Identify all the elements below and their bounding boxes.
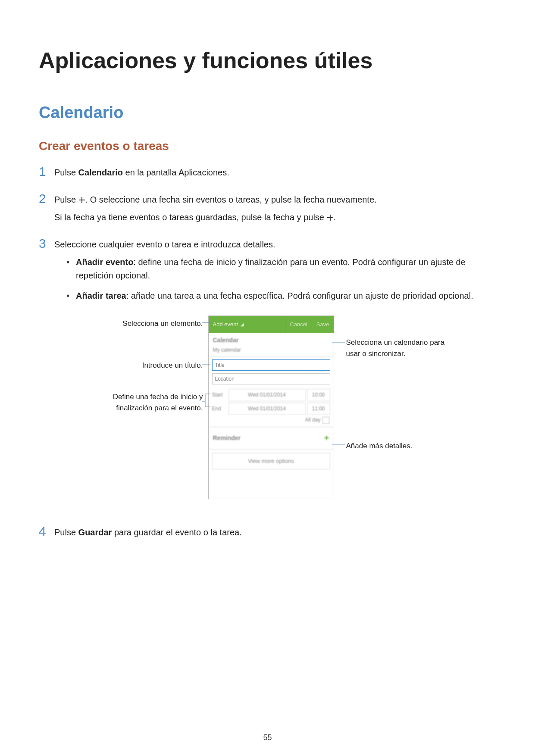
text: . [334, 212, 336, 222]
text: Pulse [54, 195, 78, 204]
plus-icon [78, 195, 85, 204]
text-bold: Añadir tarea [76, 291, 126, 300]
text: Pulse [54, 528, 78, 537]
dropdown-icon: ◢ [241, 321, 244, 328]
calendar-sub: My calendar [213, 346, 329, 354]
callout-enter-title: Introduce un título. [142, 360, 203, 371]
step-3-text: Seleccione cualquier evento o tarea e in… [54, 238, 496, 251]
callout-select-calendar: Selecciona un calendario para usar o sin… [346, 337, 458, 360]
reminder-row[interactable]: Reminder + [209, 427, 334, 450]
tab-label: Add event [213, 320, 238, 329]
view-more-options[interactable]: View more options [212, 453, 330, 469]
start-time[interactable]: 10:00 [307, 389, 330, 401]
step-1: 1 Pulse Calendario en la pantalla Aplica… [39, 166, 496, 184]
page-title: Aplicaciones y funciones útiles [39, 47, 496, 73]
location-input[interactable] [212, 373, 330, 384]
end-label: End [212, 405, 228, 413]
callout-define-dates: Define una fecha de inicio y finalizació… [108, 391, 203, 414]
text: para guardar el evento o la tarea. [112, 528, 241, 537]
step-1-text: Pulse Calendario en la pantalla Aplicaci… [54, 166, 229, 179]
text-bold: Guardar [78, 528, 112, 537]
date-block: Start Wed 01/01/2014 10:00 End Wed 01/01… [209, 387, 334, 427]
text-bold: Añadir evento [76, 257, 133, 267]
callout-more-details: Añade más detalles. [346, 440, 413, 452]
step-4: 4 Pulse Guardar para guardar el evento o… [39, 526, 496, 544]
save-button[interactable]: Save [312, 316, 334, 333]
callout-select-element: Selecciona un elemento. [122, 318, 203, 329]
reminder-label: Reminder [213, 434, 241, 443]
text: Pulse [54, 168, 78, 177]
end-date[interactable]: Wed 01/01/2014 [228, 403, 306, 415]
subsection-title: Crear eventos o tareas [39, 139, 496, 153]
section-title: Calendario [39, 103, 496, 122]
end-time[interactable]: 11:00 [307, 403, 330, 415]
step-2: 2 Pulse . O seleccione una fecha sin eve… [39, 193, 496, 228]
calendar-label: Calendar [213, 336, 329, 345]
bullet-add-task: Añadir tarea: añade una tarea a una fech… [66, 289, 496, 303]
plus-icon [327, 212, 334, 222]
step-number: 4 [39, 525, 54, 538]
bullet-add-event: Añadir evento: define una fecha de inici… [66, 256, 496, 282]
text: . O seleccione una fecha sin eventos o t… [85, 195, 377, 204]
screenshot-figure: Selecciona un elemento. Introduce un tít… [54, 316, 496, 499]
phone-header: Add event ◢ Cancel Save [209, 316, 334, 333]
step-3: 3 Seleccione cualquier evento o tarea e … [39, 238, 496, 516]
text: en la pantalla Aplicaciones. [123, 168, 229, 177]
text: : define una fecha de inicio y finalizac… [76, 257, 466, 280]
step-number: 2 [39, 192, 54, 205]
step-2-line2: Si la fecha ya tiene eventos o tareas gu… [54, 211, 377, 224]
allday-label: All day [305, 416, 320, 424]
phone-mock: Add event ◢ Cancel Save Calendar My cale… [208, 316, 334, 499]
title-input[interactable] [212, 359, 330, 371]
step-4-text: Pulse Guardar para guardar el evento o l… [54, 526, 242, 539]
start-label: Start [212, 391, 228, 399]
page-number: 55 [39, 733, 496, 742]
step-2-line1: Pulse . O seleccione una fecha sin event… [54, 193, 377, 206]
text: : añade una tarea a una fecha específica… [126, 291, 473, 300]
step-number: 3 [39, 237, 54, 250]
step-number: 1 [39, 165, 54, 178]
calendar-selector[interactable]: Calendar My calendar [209, 333, 334, 357]
plus-icon[interactable]: + [324, 431, 329, 445]
allday-checkbox[interactable] [322, 417, 329, 424]
text: Si la fecha ya tiene eventos o tareas gu… [54, 212, 327, 222]
start-date[interactable]: Wed 01/01/2014 [228, 389, 306, 401]
text-bold: Calendario [78, 168, 123, 177]
cancel-button[interactable]: Cancel [285, 316, 311, 333]
tab-add-event[interactable]: Add event ◢ [209, 316, 285, 333]
